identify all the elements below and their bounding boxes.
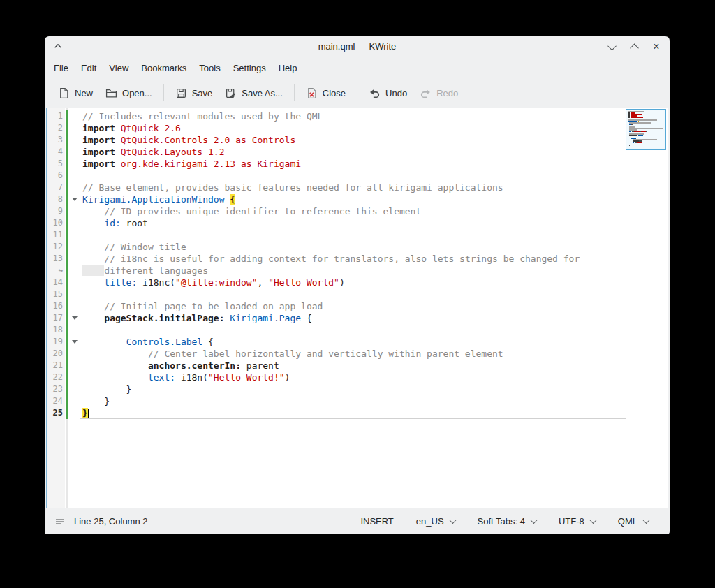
line-number[interactable]: 13 bbox=[47, 253, 65, 265]
statusbar-input-mode[interactable]: INSERT bbox=[349, 513, 404, 530]
line-number[interactable]: 5 bbox=[47, 158, 65, 170]
line-number[interactable]: 23 bbox=[47, 383, 65, 395]
line-number[interactable]: 24 bbox=[47, 395, 65, 407]
menu-item-edit[interactable]: Edit bbox=[75, 59, 103, 77]
menu-item-file[interactable]: File bbox=[47, 59, 75, 77]
code-line-text[interactable]: import QtQuick 2.6 bbox=[80, 122, 626, 134]
code-line-text[interactable]: // Base element, provides basic features… bbox=[80, 182, 626, 193]
redo-button[interactable]: Redo bbox=[413, 83, 464, 103]
code-line-text[interactable]: } bbox=[80, 383, 626, 395]
code-line-1[interactable]: 1// Includes relevant modules used by th… bbox=[47, 110, 626, 122]
line-number[interactable]: 3 bbox=[47, 134, 65, 146]
code-line-5[interactable]: 5import org.kde.kirigami 2.13 as Kirigam… bbox=[47, 158, 626, 170]
code-line-4[interactable]: 4import QtQuick.Layouts 1.2 bbox=[47, 146, 626, 158]
code-line-text[interactable]: // Center label horizontally and vertica… bbox=[80, 348, 626, 360]
code-line-text[interactable]: text: i18n("Hello World!") bbox=[80, 372, 626, 383]
code-line-text[interactable]: id: root bbox=[80, 217, 626, 229]
statusbar-syntax-mode[interactable]: QML bbox=[607, 513, 660, 530]
code-line-text[interactable] bbox=[80, 324, 626, 336]
line-number[interactable]: 16 bbox=[47, 300, 65, 312]
line-number[interactable]: 7 bbox=[47, 182, 65, 193]
line-number[interactable]: 22 bbox=[47, 372, 65, 383]
line-number[interactable]: 8 bbox=[47, 193, 65, 205]
line-wrap-indicator[interactable]: ↪ bbox=[47, 265, 65, 277]
code-line-13[interactable]: 13 // i18nc is useful for adding context… bbox=[47, 253, 626, 265]
code-line-16[interactable]: 16 // Initial page to be loaded on app l… bbox=[47, 300, 626, 312]
code-line-text[interactable]: // ID provides unique identifier to refe… bbox=[80, 205, 626, 217]
minimize-button[interactable] bbox=[605, 41, 618, 53]
editor-view[interactable]: 1// Includes relevant modules used by th… bbox=[46, 108, 668, 508]
open-button[interactable]: Open... bbox=[99, 83, 159, 103]
undo-button[interactable]: Undo bbox=[362, 83, 413, 103]
fold-marker-icon[interactable] bbox=[68, 312, 80, 324]
code-line-text[interactable]: pageStack.initialPage: Kirigami.Page { bbox=[80, 312, 626, 324]
cursor-position[interactable]: Line 25, Column 2 bbox=[73, 513, 149, 530]
word-count-icon[interactable] bbox=[54, 516, 66, 527]
code-line-14[interactable]: 14 title: i18nc("@title:window", "Hello … bbox=[47, 277, 626, 288]
code-line-22[interactable]: 22 text: i18n("Hello World!") bbox=[47, 372, 626, 383]
line-number[interactable]: 19 bbox=[47, 336, 65, 348]
line-number[interactable]: 25 bbox=[47, 407, 65, 419]
code-line-text[interactable] bbox=[80, 229, 626, 241]
code-line-10[interactable]: 10 id: root bbox=[47, 217, 626, 229]
menu-item-bookmarks[interactable]: Bookmarks bbox=[135, 59, 193, 77]
line-number[interactable]: 20 bbox=[47, 348, 65, 360]
line-number[interactable]: 15 bbox=[47, 288, 65, 300]
code-line-text[interactable]: // Includes relevant modules used by the… bbox=[80, 110, 626, 122]
fold-marker-icon[interactable] bbox=[68, 193, 80, 205]
menu-item-view[interactable]: View bbox=[103, 59, 135, 77]
line-number[interactable]: 10 bbox=[47, 217, 65, 229]
code-line-19[interactable]: 19 Controls.Label { bbox=[47, 336, 626, 348]
line-number[interactable]: 18 bbox=[47, 324, 65, 336]
code-line-9[interactable]: 9 // ID provides unique identifier to re… bbox=[47, 205, 626, 217]
code-line-17[interactable]: 17 pageStack.initialPage: Kirigami.Page … bbox=[47, 312, 626, 324]
statusbar-encoding[interactable]: UTF-8 bbox=[547, 513, 607, 530]
code-line-text[interactable]: } bbox=[80, 407, 626, 419]
code-line-text[interactable]: different languages bbox=[80, 265, 626, 277]
code-line-15[interactable]: 15 bbox=[47, 288, 626, 300]
new-button[interactable]: New bbox=[52, 83, 99, 103]
code-line-18[interactable]: 18 bbox=[47, 324, 626, 336]
close-window-button[interactable]: × bbox=[650, 41, 663, 53]
code-line-text[interactable]: // Window title bbox=[80, 241, 626, 253]
code-line-text[interactable]: title: i18nc("@title:window", "Hello Wor… bbox=[80, 277, 626, 288]
code-line-8[interactable]: 8Kirigami.ApplicationWindow { bbox=[47, 193, 626, 205]
code-line-text[interactable]: import QtQuick.Controls 2.0 as Controls bbox=[80, 134, 626, 146]
menu-item-help[interactable]: Help bbox=[272, 59, 304, 77]
line-number[interactable]: 11 bbox=[47, 229, 65, 241]
code-line-21[interactable]: 21 anchors.centerIn: parent bbox=[47, 360, 626, 372]
code-lines[interactable]: 1// Includes relevant modules used by th… bbox=[47, 110, 626, 419]
code-line-24[interactable]: 24 } bbox=[47, 395, 626, 407]
code-line-20[interactable]: 20 // Center label horizontally and vert… bbox=[47, 348, 626, 360]
line-number[interactable]: 9 bbox=[47, 205, 65, 217]
code-line-text[interactable]: // i18nc is useful for adding context fo… bbox=[80, 253, 626, 265]
code-line-12[interactable]: 12 // Window title bbox=[47, 241, 626, 253]
code-line-6[interactable]: 6 bbox=[47, 170, 626, 182]
code-line-2[interactable]: 2import QtQuick 2.6 bbox=[47, 122, 626, 134]
code-line-text[interactable]: import QtQuick.Layouts 1.2 bbox=[80, 146, 626, 158]
code-line-11[interactable]: 11 bbox=[47, 229, 626, 241]
code-line-25[interactable]: 25} bbox=[47, 407, 626, 419]
code-line-text[interactable]: } bbox=[80, 395, 626, 407]
line-number[interactable]: 17 bbox=[47, 312, 65, 324]
code-line-text[interactable]: Kirigami.ApplicationWindow { bbox=[80, 193, 626, 205]
maximize-button[interactable] bbox=[628, 41, 640, 53]
minimap[interactable] bbox=[626, 108, 668, 508]
menu-item-settings[interactable]: Settings bbox=[227, 59, 272, 77]
fold-marker-icon[interactable] bbox=[68, 336, 80, 348]
code-line-text[interactable]: import org.kde.kirigami 2.13 as Kirigami bbox=[80, 158, 626, 170]
code-line-23[interactable]: 23 } bbox=[47, 383, 626, 395]
statusbar-dictionary[interactable]: en_US bbox=[405, 513, 466, 530]
code-line-3[interactable]: 3import QtQuick.Controls 2.0 as Controls bbox=[47, 134, 626, 146]
code-line-text[interactable] bbox=[80, 170, 626, 182]
code-line-text[interactable]: anchors.centerIn: parent bbox=[80, 360, 626, 372]
code-line-text[interactable]: Controls.Label { bbox=[80, 336, 626, 348]
code-line-text[interactable] bbox=[80, 288, 626, 300]
save-as-button[interactable]: Save As... bbox=[219, 83, 289, 103]
code-line-7[interactable]: 7// Base element, provides basic feature… bbox=[47, 182, 626, 193]
line-number[interactable]: 2 bbox=[47, 122, 65, 134]
menu-item-tools[interactable]: Tools bbox=[193, 59, 226, 77]
line-number[interactable]: 4 bbox=[47, 146, 65, 158]
line-number[interactable]: 1 bbox=[47, 110, 65, 122]
save-button[interactable]: Save bbox=[169, 83, 219, 103]
